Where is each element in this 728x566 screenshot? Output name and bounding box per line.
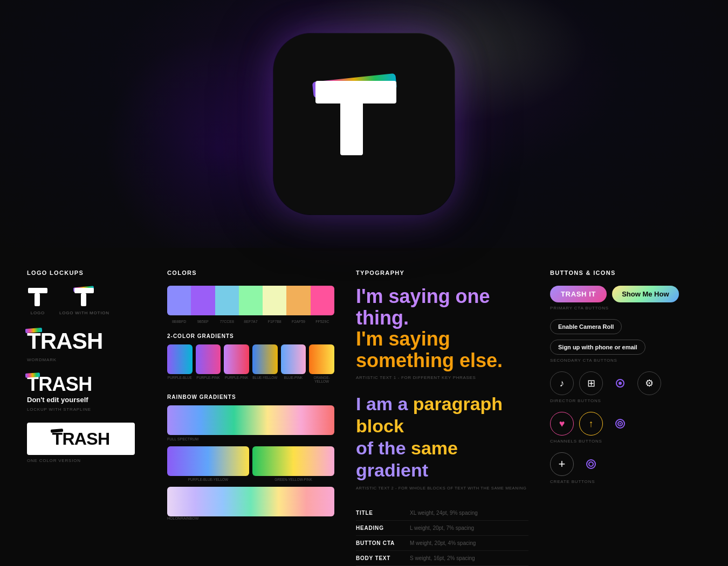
show-me-how-button[interactable]: Show Me How: [612, 286, 678, 302]
holonrainbow-label: HOLONRAINBOW: [167, 516, 334, 520]
one-color-box: T RASH: [27, 423, 135, 455]
t-stem: [340, 101, 363, 155]
full-spectrum-label: FULL SPECTRUM: [167, 437, 334, 441]
rainbow-gradients: RAINBOW GRADIENTS FULL SPECTRUM PURPLE-B…: [167, 394, 334, 520]
rainbow-purple-blue-yellow: PURPLE-BLUE-YELLOW: [167, 446, 249, 481]
grid-icon-btn[interactable]: ⊞: [579, 371, 603, 395]
grad-orange-yellow: ORANGE-YELLOW: [309, 344, 334, 383]
at2-normal-2: of the: [356, 438, 411, 458]
strapline-wordmark: T RASH: [27, 373, 146, 396]
logo-row: LOGO LOGO WITH MOTION: [27, 286, 146, 315]
strapline-text: Don't edit yourself: [27, 396, 146, 404]
trash-it-button[interactable]: TRASH IT: [550, 286, 607, 302]
artistic-line-1: I'm saying one thing.: [356, 286, 528, 328]
artistic-caption-1: ARTISTIC TEXT 1 - FOR DIFFERENT KEY PHRA…: [356, 375, 528, 380]
create-btn-row: +: [550, 452, 701, 476]
secondary-btn-row: Enable Camera Roll Sign up with phone or…: [550, 319, 701, 355]
music-icon-btn[interactable]: ♪: [550, 371, 574, 395]
artistic-text-2: I am a paragraph block of the same gradi…: [356, 393, 528, 481]
swatch-7: [311, 286, 334, 315]
enable-camera-button[interactable]: Enable Camera Roll: [550, 319, 622, 334]
at2-normal-3: gradient: [356, 460, 428, 480]
grad-purple-pink2: PURPLE-PINK: [224, 344, 249, 383]
one-color-label: ONE COLOR VERSION: [27, 458, 146, 463]
typography-column: TYPOGRAPHY I'm saying one thing. I'm say…: [356, 270, 528, 566]
upload-icon-btn[interactable]: ↑: [579, 412, 603, 436]
plus-icon-btn[interactable]: +: [550, 452, 574, 476]
primary-btn-row: TRASH IT Show Me How: [550, 286, 701, 302]
buttons-icons-column: BUTTONS & ICONS TRASH IT Show Me How PRI…: [550, 270, 701, 566]
swatch-6: [286, 286, 310, 315]
type-name-title: TITLE: [356, 510, 410, 516]
colors-column: COLORS 8B8BFD 9B5EF 77CCE8 8EF7A7 F1F7B8…: [167, 270, 334, 566]
signup-phone-button[interactable]: Sign up with phone or email: [550, 340, 645, 355]
target-icon-btn[interactable]: [608, 412, 632, 436]
artistic-line-2: I'm saying something else.: [356, 328, 528, 371]
grad-purple-pink: PURPLE-PINK: [196, 344, 221, 383]
svg-point-4: [620, 423, 621, 425]
type-spec-cta: M weight, 20pt, 4% spacing: [410, 540, 476, 546]
secondary-btn-label: SECONDARY CTA BUTTONS: [550, 358, 701, 363]
secondary-cta-group: Enable Camera Roll Sign up with phone or…: [550, 319, 701, 363]
type-row-title: TITLE XL weight, 24pt, 9% spacing: [356, 506, 528, 521]
wrench-icon-btn[interactable]: ⚙: [637, 371, 661, 395]
type-name-body: Body Text: [356, 555, 410, 561]
mini-t-stem-motion: [81, 293, 86, 306]
t-logo: [310, 70, 418, 178]
logo-item-motion: LOGO WITH MOTION: [59, 286, 109, 315]
target-icon: [615, 418, 626, 429]
rainbow-title: RAINBOW GRADIENTS: [167, 394, 334, 400]
heart-icon-btn[interactable]: ♥: [550, 412, 574, 436]
type-spec-body: S weight, 16pt, 2% spacing: [410, 555, 475, 561]
swatch-label-2: 9B5EF: [191, 320, 215, 323]
swatch-label-3: 77CCE8: [215, 320, 239, 323]
hero-section: [0, 0, 728, 248]
create-target-icon: [586, 459, 596, 470]
swatch-3: [215, 286, 239, 315]
bottom-section: LOGO LOCKUPS LOGO LOGO WITH MOTION: [0, 248, 728, 566]
grad-purple-blue: PURPLE-BLUE: [167, 344, 193, 383]
type-table: TITLE XL weight, 24pt, 9% spacing HEADIN…: [356, 506, 528, 566]
svg-point-5: [587, 460, 595, 468]
mini-t-crossbar: [28, 288, 47, 293]
channels-label: CHANNELS BUTTONS: [550, 439, 701, 444]
wordmark-section: T RASH WORDMARK: [27, 328, 146, 362]
swatch-label-1: 8B8BFD: [167, 320, 191, 323]
at2-normal-1: I am a: [356, 394, 413, 414]
wordmark-t: T: [27, 328, 40, 354]
one-color-text: T RASH: [52, 429, 109, 449]
gradients-row: PURPLE-BLUE PURPLE-PINK PURPLE-PINK BLUE…: [167, 344, 334, 383]
wordmark-label: WORDMARK: [27, 357, 146, 362]
swatch-labels: 8B8BFD 9B5EF 77CCE8 8EF7A7 F1F7B8 F2AF59…: [167, 320, 334, 323]
swatch-label-6: F2AF59: [286, 320, 310, 323]
channels-buttons-group: ♥ ↑: [550, 412, 701, 444]
swatch-label-5: F1F7B8: [263, 320, 286, 323]
logo-lockups-title: LOGO LOCKUPS: [27, 270, 146, 276]
one-color-section: T RASH ONE COLOR VERSION: [27, 423, 146, 463]
artistic-caption-2: ARTISTIC TEXT 2 - FOR WHOLE BLOCKS OF TE…: [356, 486, 528, 491]
camera-icon: [615, 378, 626, 389]
colors-title: COLORS: [167, 270, 334, 276]
primary-btn-label: PRIMARY CTA BUTTONS: [550, 306, 701, 310]
primary-cta-group: TRASH IT Show Me How PRIMARY CTA BUTTONS: [550, 286, 701, 310]
logo-lockups-column: LOGO LOCKUPS LOGO LOGO WITH MOTION: [27, 270, 146, 566]
strapline-label: LOCKUP WITH STRAPLINE: [27, 407, 146, 412]
rainbow-row: PURPLE-BLUE-YELLOW GREEN-YELLOW-PINK: [167, 446, 334, 481]
grad-blue-yellow: BLUE-YELLOW: [252, 344, 278, 383]
grad-blue-pink: BLUE-PINK: [281, 344, 306, 383]
rainbow-green-yellow-pink: GREEN-YELLOW-PINK: [252, 446, 334, 481]
artistic-text-1: I'm saying one thing. I'm saying somethi…: [356, 286, 528, 371]
at2-highlight-2: same: [411, 438, 458, 458]
camera-icon-btn[interactable]: [608, 371, 632, 395]
swatch-4: [239, 286, 263, 315]
logo-item-plain: LOGO: [27, 286, 49, 315]
type-row-heading: HEADING L weight, 20pt, 7% spacing: [356, 521, 528, 536]
logo-label: LOGO: [31, 310, 45, 315]
mini-t-crossbar-motion: [74, 288, 94, 293]
svg-point-6: [589, 462, 593, 466]
swatch-2: [191, 286, 215, 315]
two-color-gradients: 2-COLOR GRADIENTS PURPLE-BLUE PURPLE-PIN…: [167, 333, 334, 383]
logo-motion-label: LOGO WITH MOTION: [59, 310, 109, 315]
create-target-icon-btn[interactable]: [579, 452, 603, 476]
typography-title: TYPOGRAPHY: [356, 270, 528, 276]
